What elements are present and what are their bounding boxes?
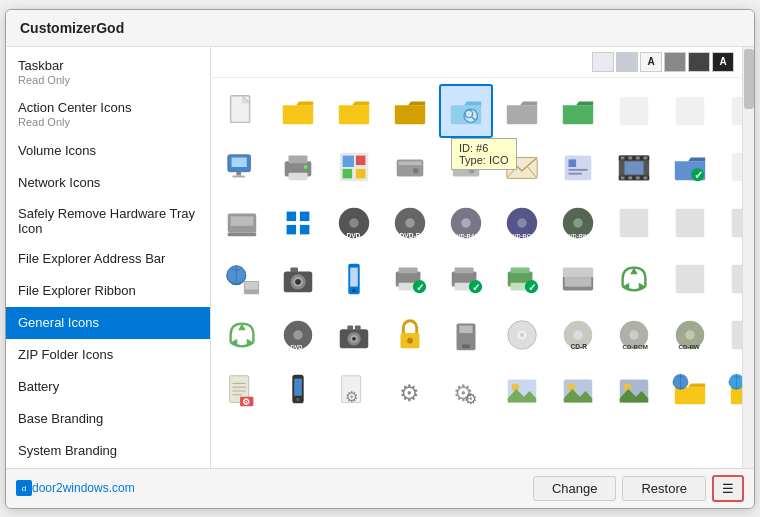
icon-cell[interactable] (495, 140, 549, 194)
icon-cell[interactable] (719, 84, 742, 138)
svg-rect-39 (636, 156, 640, 159)
svg-rect-10 (236, 171, 241, 175)
icon-cell[interactable]: ✓ (439, 252, 493, 306)
icon-cell[interactable] (439, 140, 493, 194)
svg-rect-6 (676, 96, 705, 125)
svg-rect-37 (621, 156, 625, 159)
sidebar-item-label: System Branding (18, 443, 198, 458)
sidebar-item[interactable]: System Branding (6, 435, 210, 467)
toolbar-btn-gray2[interactable] (688, 52, 710, 72)
icon-cell[interactable]: CD-RW (663, 308, 717, 362)
icon-cell[interactable] (495, 84, 549, 138)
sidebar-item[interactable]: File Explorer Ribbon (6, 275, 210, 307)
icon-cell[interactable] (327, 140, 381, 194)
icon-cell[interactable] (383, 84, 437, 138)
toolbar-btn-light[interactable] (616, 52, 638, 72)
icon-cell[interactable] (327, 252, 381, 306)
icon-cell[interactable] (383, 308, 437, 362)
icon-cell[interactable] (495, 364, 549, 418)
icon-cell[interactable]: ⚙⚙ (439, 364, 493, 418)
icon-cell[interactable] (271, 84, 325, 138)
sidebar-item[interactable]: Battery (6, 371, 210, 403)
svg-rect-31 (569, 159, 577, 167)
icon-cell[interactable] (327, 84, 381, 138)
icon-cell[interactable]: ⚙ (327, 364, 381, 418)
icon-cell[interactable] (271, 364, 325, 418)
icon-cell[interactable] (271, 196, 325, 250)
toolbar-btn-white[interactable] (592, 52, 614, 72)
icon-cell[interactable] (271, 140, 325, 194)
icon-cell[interactable] (719, 140, 742, 194)
icon-cell[interactable] (215, 196, 269, 250)
icon-cell[interactable] (327, 308, 381, 362)
icon-cell[interactable] (215, 84, 269, 138)
svg-rect-17 (343, 155, 354, 166)
icon-cell[interactable]: DVD (271, 308, 325, 362)
icon-cell[interactable] (719, 196, 742, 250)
sidebar-item[interactable]: Network Icons (6, 167, 210, 199)
icon-cell[interactable]: ✓ (663, 140, 717, 194)
icon-cell[interactable]: DVD (327, 196, 381, 250)
icon-cell[interactable] (663, 364, 717, 418)
sidebar-item[interactable]: Base Branding (6, 403, 210, 435)
footer-link[interactable]: door2windows.com (32, 481, 135, 495)
sidebar-item[interactable]: Safely Remove Hardware Tray Icon (6, 199, 210, 243)
icon-cell[interactable] (271, 252, 325, 306)
svg-rect-73 (732, 208, 742, 237)
toolbar-btn-a-light[interactable]: A (712, 52, 734, 72)
icon-cell[interactable] (215, 308, 269, 362)
icon-cell[interactable]: ✓ (495, 252, 549, 306)
svg-point-106 (293, 330, 303, 340)
scrollbar[interactable] (742, 47, 754, 468)
svg-rect-19 (343, 168, 353, 178)
icon-cell[interactable] (551, 140, 605, 194)
icon-cell[interactable]: CD-R (551, 308, 605, 362)
icon-cell[interactable] (383, 140, 437, 194)
icon-cell[interactable]: ⚙ (215, 364, 269, 418)
icon-cell[interactable] (215, 252, 269, 306)
icon-cell[interactable] (607, 84, 661, 138)
icon-cell-selected[interactable]: ID: #6 Type: ICO (439, 84, 493, 138)
svg-text:DVD: DVD (290, 344, 302, 350)
change-button[interactable]: Change (533, 476, 617, 501)
icon-cell[interactable] (719, 364, 742, 418)
toolbar-btn-gray1[interactable] (664, 52, 686, 72)
icon-cell[interactable]: ✓ (383, 252, 437, 306)
sidebar-item[interactable]: ZIP Folder Icons (6, 339, 210, 371)
icon-cell[interactable] (439, 308, 493, 362)
icon-cell[interactable] (663, 252, 717, 306)
sidebar-item-label: File Explorer Address Bar (18, 251, 198, 266)
icon-cell[interactable] (663, 196, 717, 250)
icon-cell[interactable] (551, 364, 605, 418)
icon-cell[interactable] (719, 252, 742, 306)
menu-button[interactable]: ☰ (712, 475, 744, 502)
icon-cell[interactable] (215, 140, 269, 194)
icon-cell[interactable] (719, 308, 742, 362)
sidebar-item[interactable]: General Icons (6, 307, 210, 339)
sidebar-item[interactable]: File Explorer Address Bar (6, 243, 210, 275)
svg-text:DVD-ROM: DVD-ROM (509, 233, 536, 239)
restore-button[interactable]: Restore (622, 476, 706, 501)
icon-cell[interactable]: DVD-RAM (439, 196, 493, 250)
icon-cell[interactable]: DVD-RW (551, 196, 605, 250)
icon-cell[interactable] (607, 364, 661, 418)
icon-cell[interactable] (607, 196, 661, 250)
icon-cell[interactable] (663, 84, 717, 138)
sidebar-item[interactable]: Action Center IconsRead Only (6, 93, 210, 135)
sidebar-item[interactable]: Volume Icons (6, 135, 210, 167)
icon-cell[interactable] (495, 308, 549, 362)
icon-cell[interactable]: DVD-R (383, 196, 437, 250)
footer-buttons: Change Restore ☰ (533, 475, 744, 502)
icon-cell[interactable]: CD-ROM (607, 308, 661, 362)
svg-point-148 (512, 383, 520, 391)
sidebar-item[interactable]: TaskbarRead Only (6, 51, 210, 93)
icon-cell[interactable] (551, 252, 605, 306)
svg-rect-40 (644, 156, 648, 159)
icon-cell[interactable] (551, 84, 605, 138)
icon-cell[interactable]: DVD-ROM (495, 196, 549, 250)
toolbar-btn-a-dark[interactable]: A (640, 52, 662, 72)
icon-cell[interactable] (607, 252, 661, 306)
icon-cell[interactable]: ⚙ (383, 364, 437, 418)
svg-rect-38 (628, 156, 632, 159)
icon-cell[interactable] (607, 140, 661, 194)
